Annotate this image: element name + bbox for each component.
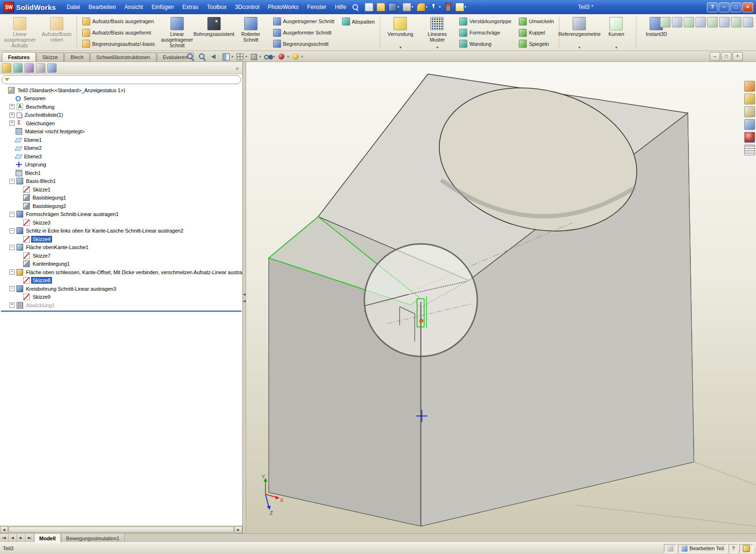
dropdown-caret-icon[interactable]: ▾ (615, 45, 617, 50)
collapse-icon[interactable]: − (9, 228, 15, 234)
appearances-scenes-icon[interactable] (744, 132, 755, 143)
dimxpertmanager-tab-icon[interactable] (36, 63, 45, 73)
ribbon-spiegeln-button[interactable]: Spiegeln (516, 38, 556, 49)
ribbon-umwickeln-button[interactable]: Umwickeln (516, 16, 556, 27)
help-button[interactable]: ? (707, 2, 718, 12)
edit-mode-box[interactable]: Bearbeiten Teil (678, 544, 727, 553)
tree-item-teil3-standard-standard-anzeigestatus-1[interactable]: Teil3 (Standard<<Standard>_Anzeigestatus… (0, 86, 242, 95)
tree-item-sensoren[interactable]: Sensoren (0, 95, 242, 103)
collapse-icon[interactable]: − (9, 179, 15, 184)
scrollbar-thumb[interactable] (9, 527, 234, 533)
panel-horizontal-scrollbar[interactable]: ◀ ▶ (0, 526, 242, 533)
tab-skizze[interactable]: Skizze (36, 52, 64, 61)
nav-next-button[interactable]: ▶ (17, 534, 26, 542)
sheet-tool-2-icon[interactable] (696, 17, 706, 27)
graphics-viewport[interactable]: Y X Z (246, 62, 756, 533)
sheet-tool-3-icon[interactable] (707, 17, 718, 27)
tree-item-zuschnittsliste-1[interactable]: +Zuschnittsliste(1) (0, 111, 242, 120)
undo-button[interactable]: ▾ (416, 2, 429, 12)
tree-item-beschriftung[interactable]: +Beschriftung (0, 103, 242, 111)
dropdown-caret-icon[interactable]: ▾ (399, 45, 401, 50)
sheet-tool-4-icon[interactable] (719, 17, 730, 27)
propertymanager-tab-icon[interactable] (13, 63, 23, 73)
tree-item-ursprung[interactable]: Ursprung (0, 161, 242, 169)
tree-item-basisbiegung2[interactable]: Basisbiegung2 (0, 202, 242, 210)
menu-fenster[interactable]: Fenster (303, 0, 331, 14)
status-units-box[interactable] (664, 544, 677, 553)
tree-item-kantenbiegung1[interactable]: Kantenbiegung1 (0, 260, 242, 268)
ribbon-rotierter-schnitt-button[interactable]: Rotierter Schnitt (233, 15, 269, 50)
tree-item-ebene1[interactable]: Ebene1 (0, 136, 242, 144)
tree-item-schlitz-in-ecke-links-oben-f-r-kante-las[interactable]: −Schlitz in Ecke links oben für Kante-La… (0, 227, 242, 235)
ribbon-aufsatz-basis-ausgetragen-button[interactable]: Aufsatz/Basis ausgetragen (80, 16, 157, 27)
ribbon-verst-rkungsrippe-button[interactable]: Verstärkungsrippe (457, 16, 514, 27)
save-button[interactable]: ▾ (387, 2, 400, 12)
3d-model-canvas[interactable]: Y X Z (246, 62, 756, 533)
tab-modell[interactable]: Modell (34, 534, 61, 542)
expand-icon[interactable]: + (9, 104, 15, 109)
ribbon-ausgetragener-schnitt-button[interactable]: Ausgetragener Schnitt (271, 16, 337, 27)
menu-hilfe[interactable]: Hilfe (331, 0, 351, 14)
tree-item-skizze7[interactable]: Skizze7 (0, 251, 242, 260)
expand-icon[interactable]: + (9, 121, 15, 126)
zoom-area-icon[interactable] (197, 52, 207, 62)
tree-item-skizze4[interactable]: Skizze4 (0, 235, 242, 243)
apply-scene-icon[interactable] (291, 52, 301, 62)
view-palette-icon[interactable] (744, 119, 755, 130)
dropdown-caret-icon[interactable]: ▾ (436, 45, 438, 50)
nav-last-button[interactable]: ▶| (26, 534, 34, 542)
ribbon-aufsatz-basis-rotiert-button[interactable]: Aufsatz/Basis rotiert (39, 15, 75, 50)
tree-item-ebene2[interactable]: Ebene2 (0, 144, 242, 153)
ribbon-lineares-muster-button[interactable]: Lineares Muster▾ (419, 15, 455, 50)
doc-restore-button[interactable]: □ (721, 52, 731, 61)
panel-collapse-chevron[interactable]: » (234, 65, 241, 71)
sheet-tool-5-icon[interactable] (731, 17, 741, 27)
tree-item-material-nicht-festgelegt[interactable]: Material <nicht festgelegt> (0, 128, 242, 136)
displaymanager-tab-icon[interactable] (47, 63, 57, 73)
tree-item-gleichungen[interactable]: +Gleichungen (0, 119, 242, 128)
panel-splitter[interactable]: ◀ ◀ (243, 62, 246, 533)
dropdown-caret-icon[interactable]: ▾ (397, 5, 399, 9)
collapse-icon[interactable]: − (9, 269, 15, 275)
display-style-icon[interactable] (249, 52, 259, 62)
tab-blech[interactable]: Blech (64, 52, 90, 61)
table-tool-icon[interactable] (660, 17, 670, 27)
custom-properties-icon[interactable] (744, 145, 755, 156)
section-view-icon[interactable] (221, 52, 231, 62)
ribbon-verrundung-button[interactable]: Verrundung▾ (382, 15, 418, 50)
sheet-tool-1-icon[interactable] (684, 17, 694, 27)
tab-bewegungssimulation1[interactable]: Bewegungssimulation1 (61, 534, 125, 542)
dropdown-caret-icon[interactable]: ▾ (578, 45, 580, 50)
dropdown-caret-icon[interactable]: ▾ (412, 5, 413, 9)
tree-item-skizze8[interactable]: Skizze8 (0, 277, 242, 285)
tree-item-fl-che-oben-schliessen-kante-offset-mit-[interactable]: −Fläche oben schliessen, Kante-Offset, M… (0, 268, 242, 277)
dropdown-caret-icon[interactable]: ▾ (301, 55, 303, 59)
file-explorer-icon[interactable] (744, 106, 755, 117)
note-button[interactable]: ▾ (455, 2, 467, 12)
ribbon-formschr-ge-button[interactable]: Formschräge (457, 27, 514, 38)
menu-ansicht[interactable]: Ansicht (120, 0, 147, 14)
ribbon-kuppel-button[interactable]: Kuppel (516, 27, 556, 38)
dropdown-caret-icon[interactable]: ▾ (439, 5, 441, 9)
ribbon-ausgeformter-schnitt-button[interactable]: Ausgeformter Schnitt (271, 27, 337, 38)
dropdown-caret-icon[interactable]: ▾ (287, 55, 289, 59)
menu-3dcontrol[interactable]: 3Dcontrol (231, 0, 263, 14)
doc-close-button[interactable]: × (732, 52, 743, 61)
tree-item-skizze3[interactable]: Skizze3 (0, 218, 242, 227)
nav-first-button[interactable]: |◀ (0, 534, 9, 542)
tree-item-abwicklung1[interactable]: +Abwicklung1 (0, 301, 242, 310)
search-icon[interactable] (352, 3, 359, 11)
rollback-bar[interactable] (1, 311, 241, 312)
tab-features[interactable]: Features (2, 52, 36, 61)
doc-minimize-button[interactable]: – (710, 52, 720, 61)
scroll-right-button[interactable]: ▶ (234, 526, 242, 533)
ribbon-kurven-button[interactable]: Kurven▾ (598, 15, 634, 50)
toolbox-button[interactable] (443, 2, 453, 12)
tree-item-basisbiegung1[interactable]: Basisbiegung1 (0, 194, 242, 202)
tree-filter-input[interactable] (11, 77, 238, 83)
new-button[interactable] (364, 2, 374, 12)
tab-schwei-konstruktionen[interactable]: Schweißkonstruktionen (90, 52, 156, 61)
edit-appearance-icon[interactable] (276, 52, 287, 62)
select-button[interactable]: ▾ (430, 3, 442, 11)
nav-prev-button[interactable]: ◀ (9, 534, 17, 542)
